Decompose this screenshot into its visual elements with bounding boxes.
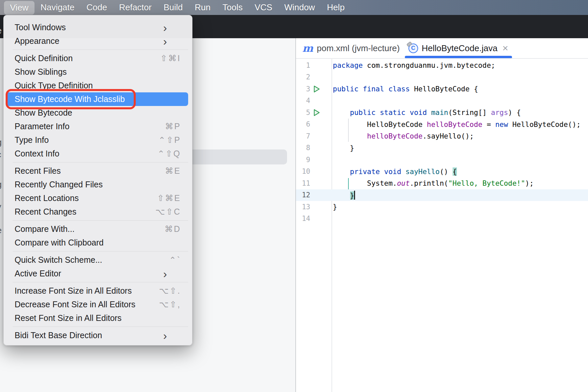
line-number: 6 xyxy=(296,120,310,128)
code-line-3[interactable]: 3public final class HelloByteCode { xyxy=(296,83,588,95)
menubar-item-refactor[interactable]: Refactor xyxy=(113,0,158,15)
menubar-item-run[interactable]: Run xyxy=(189,0,217,15)
menu-item-label: Recent Locations xyxy=(15,193,157,203)
menu-item-quick-switch-scheme[interactable]: Quick Switch Scheme...⌃` xyxy=(6,253,188,267)
code-editor[interactable]: 1package com.strongduanmu.jvm.bytecode;2… xyxy=(296,59,588,392)
menu-item-show-siblings[interactable]: Show Siblings xyxy=(6,65,188,79)
menubar-item-build[interactable]: Build xyxy=(158,0,189,15)
menu-separator xyxy=(13,327,188,327)
menu-separator xyxy=(13,251,188,251)
menubar-item-view[interactable]: View xyxy=(4,1,35,15)
menu-item-tool-windows[interactable]: Tool Windows› xyxy=(6,21,188,34)
menu-item-shortcut: ⇧⌘E xyxy=(157,193,181,203)
menu-item-quick-definition[interactable]: Quick Definition⇧⌘I xyxy=(6,51,188,65)
menu-item-appearance[interactable]: Appearance› xyxy=(6,34,188,48)
menu-item-label: Show Siblings xyxy=(15,67,181,77)
menu-item-label: Reset Font Size in All Editors xyxy=(15,313,181,323)
code-line-12[interactable]: 12 } xyxy=(296,189,588,201)
code-line-2[interactable]: 2 xyxy=(296,71,588,83)
menu-item-show-bytecode[interactable]: Show Bytecode xyxy=(6,106,188,120)
close-icon[interactable]: × xyxy=(502,44,508,52)
menubar-item-help[interactable]: Help xyxy=(321,0,350,15)
code-token: (String[] xyxy=(448,108,491,117)
menu-item-compare-with[interactable]: Compare With...⌘D xyxy=(6,222,188,236)
code-token: } xyxy=(333,144,354,152)
menu-item-compare-with-clipboard[interactable]: Compare with Clipboard xyxy=(6,236,188,249)
code-line-9[interactable]: 9 xyxy=(296,154,588,166)
menu-item-bidi-text-base-direction[interactable]: Bidi Text Base Direction› xyxy=(6,329,188,342)
editor-tab-hellobytecode-java[interactable]: CHelloByteCode.java× xyxy=(404,38,513,58)
code-line-5[interactable]: 5 public static void main(String[] args)… xyxy=(296,107,588,119)
menubar-item-navigate[interactable]: Navigate xyxy=(35,0,81,15)
menubar-item-code[interactable]: Code xyxy=(81,0,113,15)
menu-item-decrease-font-size-in-all-editors[interactable]: Decrease Font Size in All Editors⌥⇧, xyxy=(6,298,188,311)
code-line-8[interactable]: 8 } xyxy=(296,142,588,154)
code-token: HelloByteCode { xyxy=(410,85,478,93)
code-token: ) { xyxy=(508,108,521,117)
code-token xyxy=(333,132,367,140)
tab-label: pom.xml (jvm-lecture) xyxy=(317,43,400,53)
code-line-10[interactable]: 10 private void sayHello() { xyxy=(296,166,588,178)
java-class-icon: C xyxy=(408,44,418,53)
line-number: 8 xyxy=(296,144,310,152)
code-line-14[interactable]: 14 xyxy=(296,213,588,225)
code-text: package com.strongduanmu.jvm.bytecode; xyxy=(331,61,495,69)
menu-item-label: Quick Switch Scheme... xyxy=(15,255,169,265)
editor-tab-pom-xml-jvm-lecture[interactable]: mpom.xml (jvm-lecture) xyxy=(298,38,404,58)
menu-item-label: Appearance xyxy=(15,36,163,46)
menu-item-shortcut: ⌥⇧, xyxy=(159,300,181,309)
menu-separator xyxy=(13,162,188,162)
code-token: { xyxy=(453,167,457,176)
run-button[interactable] xyxy=(310,85,331,93)
menu-item-label: Show Bytecode xyxy=(15,108,181,118)
menubar-item-window[interactable]: Window xyxy=(278,0,321,15)
menu-item-recently-changed-files[interactable]: Recently Changed Files xyxy=(6,178,188,191)
line-number: 2 xyxy=(296,73,310,81)
menu-item-label: Recent Changes xyxy=(15,207,155,217)
menu-item-context-info[interactable]: Context Info⌃⇧Q xyxy=(6,147,188,160)
code-line-1[interactable]: 1package com.strongduanmu.jvm.bytecode; xyxy=(296,59,588,71)
code-token: main xyxy=(431,108,448,117)
line-number: 7 xyxy=(296,132,310,140)
menu-item-shortcut: ⌘D xyxy=(165,224,181,234)
menu-item-shortcut: ⌃` xyxy=(169,255,181,265)
menu-item-shortcut: ⌥⇧C xyxy=(155,207,181,217)
line-number: 14 xyxy=(296,215,310,223)
code-line-4[interactable]: 4 xyxy=(296,95,588,107)
menu-item-reset-font-size-in-all-editors[interactable]: Reset Font Size in All Editors xyxy=(6,311,188,325)
menu-item-label: Tool Windows xyxy=(15,23,163,32)
menu-item-quick-type-definition[interactable]: Quick Type Definition xyxy=(6,79,188,92)
menu-item-show-bytecode-with-jclasslib[interactable]: Show Bytecode With Jclasslib xyxy=(6,92,188,106)
code-line-6[interactable]: 6 HelloByteCode helloByteCode = new Hell… xyxy=(296,119,588,131)
menu-item-parameter-info[interactable]: Parameter Info⌘P xyxy=(6,120,188,133)
line-number: 4 xyxy=(296,97,310,105)
code-text: public final class HelloByteCode { xyxy=(331,85,478,93)
code-token: args xyxy=(491,108,508,117)
menu-item-active-editor[interactable]: Active Editor› xyxy=(6,267,188,280)
line-number: 11 xyxy=(296,179,310,187)
submenu-chevron-icon: › xyxy=(163,332,167,339)
code-text: public static void main(String[] args) { xyxy=(331,108,521,117)
code-token: com.strongduanmu.jvm.bytecode; xyxy=(363,61,495,69)
menu-item-recent-files[interactable]: Recent Files⌘E xyxy=(6,164,188,178)
menubar-item-tools[interactable]: Tools xyxy=(216,0,249,15)
menu-item-increase-font-size-in-all-editors[interactable]: Increase Font Size in All Editors⌥⇧. xyxy=(6,284,188,298)
editor-area: mpom.xml (jvm-lecture)CHelloByteCode.jav… xyxy=(295,38,588,392)
code-token: HelloByteCode xyxy=(333,120,427,129)
code-token: } xyxy=(333,203,337,211)
code-line-7[interactable]: 7 helloByteCode.sayHello(); xyxy=(296,130,588,142)
menu-item-type-info[interactable]: Type Info⌃⇧P xyxy=(6,133,188,147)
code-line-11[interactable]: 11 System.out.println("Hello, ByteCode!"… xyxy=(296,177,588,189)
code-token xyxy=(401,167,405,176)
run-button[interactable] xyxy=(310,109,331,117)
menu-item-recent-changes[interactable]: Recent Changes⌥⇧C xyxy=(6,205,188,219)
code-line-13[interactable]: 13} xyxy=(296,201,588,213)
macos-menubar: ViewNavigateCodeRefactorBuildRunToolsVCS… xyxy=(0,0,588,15)
code-token: private void xyxy=(350,167,402,176)
code-token: public final class xyxy=(333,85,410,93)
code-token: .sayHello(); xyxy=(422,132,474,140)
menubar-item-vcs[interactable]: VCS xyxy=(249,0,278,15)
menu-item-recent-locations[interactable]: Recent Locations⇧⌘E xyxy=(6,191,188,205)
menu-item-label: Context Info xyxy=(15,149,158,158)
menu-item-label: Increase Font Size in All Editors xyxy=(15,286,159,296)
